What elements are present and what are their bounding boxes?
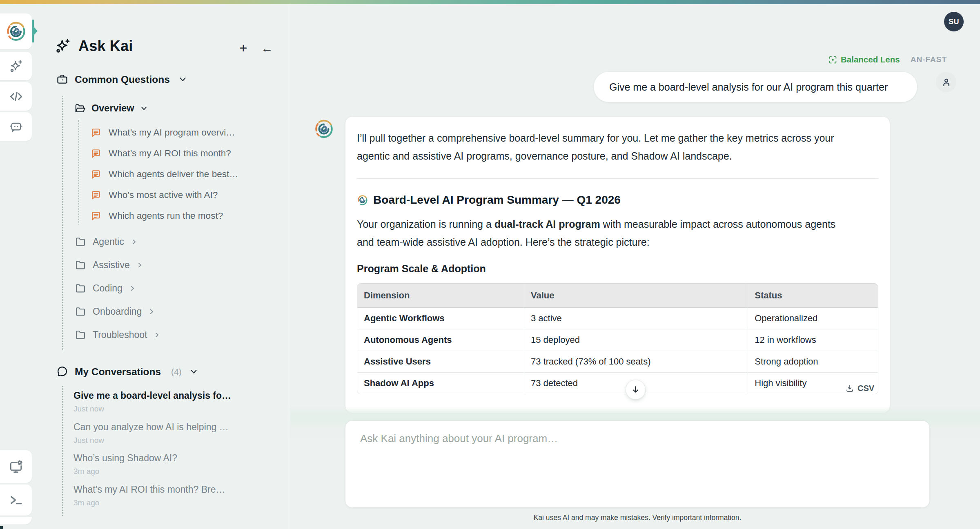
folder-assistive[interactable]: Assistive: [75, 258, 143, 272]
folder-icon: [75, 236, 86, 247]
device-settings-icon: [8, 459, 24, 474]
folder-label: Troubleshoot: [93, 329, 147, 340]
code-icon: [9, 89, 24, 104]
cell-status: Strong adoption: [748, 351, 878, 373]
rail-device-settings-button[interactable]: [0, 450, 32, 483]
question-item[interactable]: What’s my AI program overvi…: [90, 126, 235, 140]
table-row: Autonomous Agents 15 deployed 12 in work…: [357, 329, 878, 351]
bot-icon: [9, 119, 24, 134]
chevron-down-icon: [178, 75, 187, 84]
kai-spiral-icon: [314, 119, 334, 139]
chevron-right-icon: [136, 262, 143, 269]
folder-icon: [75, 282, 86, 294]
summary-heading: Board-Level AI Program Summary — Q1 2026: [373, 193, 621, 207]
download-csv-button[interactable]: CSV: [845, 384, 874, 393]
sparkle-new-chat-icon: [9, 59, 24, 74]
conversation-item[interactable]: What’s my AI ROI this month? Bre… 3m ago: [74, 484, 261, 507]
chevron-down-icon: [140, 104, 148, 112]
conversation-item[interactable]: Can you analyze how AI is helping … Just…: [74, 422, 261, 445]
new-chat-button[interactable]: +: [234, 39, 252, 57]
scroll-down-icon: [631, 385, 640, 394]
user-icon: [941, 77, 952, 88]
program-scale-table: Dimension Value Status Agentic Workflows…: [357, 283, 878, 394]
message-icon: [90, 210, 102, 222]
cell-dimension: Autonomous Agents: [357, 329, 524, 351]
tree-child-guide-line: [78, 120, 79, 224]
table-header-dimension: Dimension: [357, 284, 524, 308]
table-row: Assistive Users 73 tracked (73% of 100 s…: [357, 351, 878, 373]
composer-input[interactable]: [345, 421, 929, 507]
dual-track-bold: dual-track AI program: [494, 218, 600, 230]
section-divider: [357, 178, 878, 179]
cell-dimension: Assistive Users: [357, 351, 524, 373]
my-conversations-header[interactable]: My Conversations (4): [56, 365, 198, 378]
question-item[interactable]: Which agents deliver the best…: [90, 167, 238, 181]
sparkle-icon: [54, 38, 71, 55]
cell-value: 73 tracked (73% of 100 seats): [524, 351, 748, 373]
folder-overview[interactable]: Overview: [74, 102, 148, 114]
question-label: What’s my AI program overvi…: [109, 127, 235, 138]
conversation-time: 3m ago: [74, 467, 261, 476]
assistant-intro: I’ll pull together a comprehensive board…: [357, 129, 865, 165]
collapse-sidebar-button[interactable]: ←: [258, 39, 276, 57]
folder-label: Onboarding: [93, 306, 142, 317]
folder-onboarding[interactable]: Onboarding: [75, 305, 155, 318]
top-gradient-bar: [0, 0, 980, 4]
rail-bottom-cap: [0, 517, 32, 525]
folder-icon: [75, 306, 86, 317]
scroll-to-bottom-button[interactable]: [626, 380, 646, 400]
folder-label: Coding: [93, 283, 122, 294]
conversation-item[interactable]: Who’s using Shadow AI? 3m ago: [74, 453, 261, 476]
assistant-response-card: I’ll pull together a comprehensive board…: [345, 116, 890, 413]
rail-code-button[interactable]: [0, 82, 32, 111]
program-scale-subheading: Program Scale & Adoption: [357, 263, 878, 275]
cell-status: 12 in workflows: [748, 329, 878, 351]
summary-paragraph: Your organization is running a dual-trac…: [357, 215, 853, 251]
kai-avatar: [314, 119, 334, 139]
common-questions-header[interactable]: Common Questions: [56, 73, 187, 86]
rail-new-ai-chat-button[interactable]: [0, 52, 32, 80]
message-icon: [90, 148, 102, 159]
my-conversations-label: My Conversations: [75, 366, 161, 378]
download-icon: [845, 384, 854, 393]
chevron-right-icon: [154, 331, 160, 338]
common-questions-label: Common Questions: [75, 74, 170, 85]
composer: [345, 420, 930, 508]
cell-dimension: Shadow AI Apps: [357, 373, 524, 394]
message-icon: [90, 189, 102, 201]
rail-terminal-button[interactable]: [0, 485, 32, 516]
folder-agentic[interactable]: Agentic: [75, 235, 138, 249]
folder-troubleshoot[interactable]: Troubleshoot: [75, 328, 160, 342]
summary-heading-row: Board-Level AI Program Summary — Q1 2026: [357, 193, 878, 207]
conversation-title: Give me a board-level analysis fo…: [74, 390, 261, 401]
table-row: Shadow AI Apps 73 detected High visibili…: [357, 373, 878, 394]
active-rail-marker: [32, 20, 38, 42]
cell-value: 15 deployed: [524, 329, 748, 351]
sidebar-header: Ask Kai: [54, 38, 133, 55]
rail-logo-tile[interactable]: [0, 13, 32, 49]
folder-overview-label: Overview: [91, 103, 134, 114]
table-header-status: Status: [748, 284, 878, 308]
user-message-text: Give me a board-level analysis for our A…: [609, 81, 888, 93]
conversation-time: Just now: [74, 436, 261, 445]
folder-label: Assistive: [93, 260, 130, 271]
rail-bot-button[interactable]: [0, 112, 32, 141]
conversation-item[interactable]: Give me a board-level analysis fo… Just …: [74, 390, 261, 413]
folder-coding[interactable]: Coding: [75, 281, 136, 295]
cell-value: 3 active: [524, 308, 748, 329]
sidebar-divider: [290, 4, 290, 529]
question-label: What’s my AI ROI this month?: [109, 148, 231, 159]
terminal-icon: [8, 492, 24, 508]
user-message-bubble: Give me a board-level analysis for our A…: [594, 72, 917, 102]
question-item[interactable]: What’s my AI ROI this month?: [90, 147, 231, 160]
message-icon: [90, 169, 102, 180]
conversation-title: What’s my AI ROI this month? Bre…: [74, 484, 261, 495]
user-avatar[interactable]: SU: [944, 12, 964, 31]
question-item[interactable]: Which agents run the most?: [90, 209, 223, 223]
chevron-right-icon: [129, 285, 136, 292]
folder-open-icon: [74, 102, 86, 114]
question-item[interactable]: Who’s most active with AI?: [90, 188, 218, 202]
balanced-lens-chip[interactable]: Balanced Lens: [829, 55, 900, 64]
folder-icon: [75, 259, 86, 271]
conversation-count: (4): [171, 367, 182, 377]
